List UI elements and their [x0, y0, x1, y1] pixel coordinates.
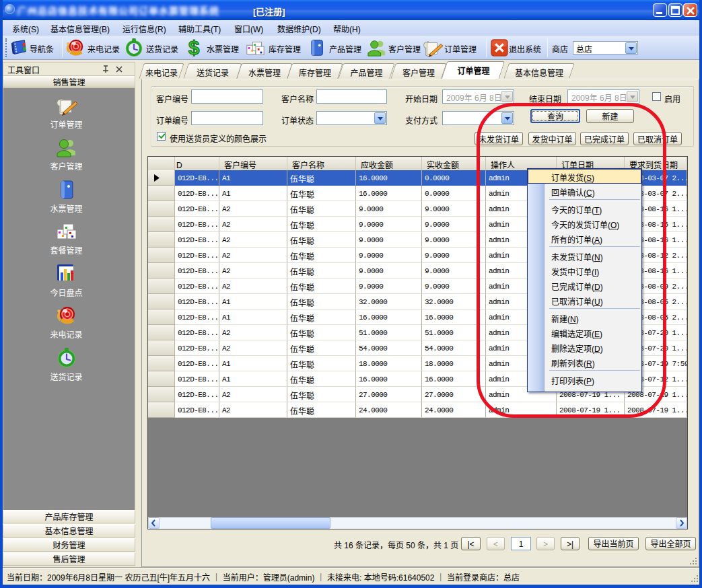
svg-text:$: $ — [188, 37, 200, 57]
